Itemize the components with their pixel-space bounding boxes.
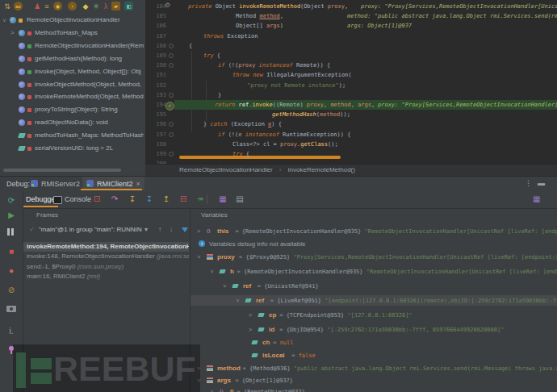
structure-tree-item[interactable]: RemoteObjectInvocationHandler(Rem [0, 40, 144, 52]
code-line[interactable]: { [189, 41, 192, 51]
variable-row[interactable]: >ep= {TCPEndpoint@953} "[127.0.0.1:60326… [191, 310, 557, 320]
hide-icon[interactable]: ▬ [538, 179, 545, 187]
tree-arrow-icon[interactable]: > [207, 269, 216, 273]
code-line[interactable]: throw new IllegalArgumentException( [232, 70, 352, 80]
step-out-icon[interactable]: ↥ [160, 193, 173, 206]
evaluate-expression-icon[interactable]: ▦ [216, 193, 229, 206]
frame-row[interactable]: invoke:148, RemoteObjectInvocationHandle… [23, 252, 189, 261]
lambda-icon[interactable]: λ [101, 2, 111, 11]
breadcrumb-class[interactable]: RemoteObjectInvocationHandler [179, 166, 273, 173]
variable-row[interactable]: ch= null [191, 337, 557, 348]
tree-arrow-icon[interactable]: > [10, 29, 15, 37]
line-number[interactable]: 195 [147, 110, 166, 119]
code-line[interactable]: } [218, 90, 221, 100]
line-number[interactable]: 190 [147, 60, 166, 70]
rerun-button[interactable]: ⟳ [5, 194, 18, 207]
drop-frame-icon[interactable]: ⊟ [177, 193, 190, 206]
toggle-module-icon[interactable]: ▰ [111, 2, 120, 10]
line-number[interactable]: 185 [147, 11, 166, 21]
code-line[interactable]: throws Exception [203, 31, 258, 41]
force-step-into-icon[interactable]: ↧ [143, 193, 156, 206]
structure-tree-item[interactable]: serialVersionUID: long = 2L [0, 143, 144, 155]
run-to-cursor-icon[interactable]: ↠ [194, 193, 207, 206]
show-inherited-icon[interactable]: ♟ [32, 2, 42, 11]
code-line[interactable]: private Object invokeRemoteMethod(Object… [188, 2, 348, 11]
structure-tree-item[interactable]: invokeObjectMethod(Object, Method, [0, 79, 144, 91]
code-line[interactable]: try { [203, 51, 220, 60]
tree-arrow-icon[interactable]: > [210, 387, 213, 392]
tree-arrow-icon[interactable]: > [249, 325, 252, 334]
tree-arrow-icon[interactable]: > [233, 298, 242, 302]
frame-row[interactable]: send:-1, $Proxy0 (com.sun.proxy) [23, 262, 189, 272]
code-line[interactable]: Object[] args) [236, 21, 283, 31]
line-number[interactable]: 189 [147, 51, 166, 60]
structure-tree-item[interactable]: invokeRemoteMethod(Object, Method [0, 91, 144, 103]
code-editor[interactable]: ⚙ 184private Object invokeRemoteMethod(O… [145, 0, 557, 164]
code-line[interactable]: "proxy not Remote instance"); [247, 81, 346, 90]
line-number[interactable]: 187 [147, 31, 166, 41]
tree-arrow-icon[interactable]: > [220, 284, 229, 287]
close-icon[interactable]: × [136, 180, 140, 188]
show-anonymous-classes-icon[interactable]: ◆ [81, 2, 90, 11]
code-line[interactable]: try { [232, 149, 249, 159]
variable-row[interactable]: >h= {RemoteObjectInvocationHandler@935} … [191, 266, 557, 277]
structure-tree-item[interactable]: invoke(Object, Method, Object[]): Obj [0, 66, 144, 78]
sort-alphabetically-icon[interactable]: az [14, 2, 23, 10]
tree-arrow-icon[interactable]: > [197, 227, 200, 236]
pin-button[interactable] [9, 346, 14, 351]
code-line[interactable]: Class<?> cl = proxy.getClass(); [232, 140, 338, 149]
pause-button[interactable] [7, 228, 15, 236]
tab-console[interactable]: Console [61, 193, 94, 206]
breadcrumb-method[interactable]: invokeRemoteMethod() [288, 166, 355, 173]
step-into-icon[interactable]: ↧ [126, 193, 139, 206]
show-execution-point-icon[interactable]: ⊡ [90, 193, 103, 206]
show-lock-icon[interactable]: ▪ [68, 2, 77, 10]
line-number[interactable]: 191 [147, 70, 166, 80]
code-line[interactable]: } catch (Exception e) { [203, 119, 282, 129]
variable-row[interactable]: >ref= {LiveRef@951} "[endpoint:[127.0.0.… [191, 295, 557, 306]
breakpoint-checked-icon[interactable]: ✓ [165, 102, 174, 111]
line-number[interactable]: 194 [147, 100, 166, 110]
frame-up-icon[interactable]: ↑ [158, 226, 161, 233]
group-methods-icon[interactable]: ✳ [91, 2, 101, 11]
resume-button[interactable]: ▶ [5, 209, 18, 222]
chevron-down-icon[interactable]: ▾ [144, 226, 148, 233]
frame-row[interactable]: invokeRemoteMethod:194, RemoteObjectInvo… [23, 242, 189, 252]
mute-breakpoints-button[interactable]: ⊘ [5, 284, 18, 297]
filter-funnel-icon[interactable] [182, 227, 188, 232]
line-number[interactable]: 193 [147, 90, 166, 100]
variable-row[interactable]: isLocal= false [191, 350, 557, 361]
line-number[interactable]: 199 [147, 149, 166, 159]
structure-tree-item[interactable]: >MethodToHash_Maps [0, 27, 144, 40]
more-options-icon[interactable]: ⋮ [525, 179, 532, 187]
variable-row[interactable]: >id= {ObjID@954} "[-259c2762:171a59830bb… [191, 324, 557, 335]
line-number[interactable]: 196 [147, 119, 166, 129]
variable-row[interactable]: >proxy= {$Proxy0@925} "Proxy[Services,Re… [191, 252, 557, 262]
settings-info-button[interactable]: i. [5, 325, 18, 338]
code-line[interactable]: if (!(e instanceof RuntimeException)) { [218, 130, 350, 140]
frame-row[interactable]: main:16, RMIClient2 (rmi) [23, 272, 189, 281]
thread-selector[interactable]: ✓ "main"@1 in group "main": RUNNING ▾ ↑ … [25, 225, 186, 236]
stop-button[interactable]: ■ [5, 245, 18, 258]
show-properties-icon[interactable]: ◆ [53, 2, 62, 10]
variable-row[interactable]: >method= {Method@936} "public abstract j… [191, 363, 557, 373]
editor-horizontal-scrollbar[interactable] [179, 156, 341, 159]
line-number[interactable]: 198 [147, 140, 166, 149]
code-line[interactable]: return ref.invoke((Remote) proxy, method… [215, 100, 375, 110]
show-list-icon[interactable]: ≡ [42, 2, 52, 11]
line-number[interactable]: 188 [147, 41, 166, 51]
variable-row[interactable]: >args= {Object[1]@937} [191, 375, 557, 386]
frame-down-icon[interactable]: ↓ [170, 226, 173, 233]
variable-row[interactable]: >ref= {UnicastRef@941} [191, 281, 557, 291]
line-number[interactable]: 192 [147, 81, 166, 90]
code-line[interactable]: Method method, [236, 11, 283, 21]
restore-layout-icon[interactable]: ▦ [533, 194, 540, 203]
structure-horizontal-scrollbar[interactable] [3, 169, 121, 172]
variable-row[interactable]: >{}this= {RemoteObjectInvocationHandler@… [191, 226, 557, 236]
structure-tree-item[interactable]: >RemoteObjectInvocationHandler [0, 15, 144, 27]
line-number[interactable]: 186 [147, 21, 166, 31]
structure-tree-item[interactable]: readObjectNoData(): void [0, 117, 144, 129]
thread-dump-button[interactable] [6, 306, 16, 312]
toggle-visibility-icon[interactable]: ◧ [124, 2, 133, 10]
code-line[interactable]: if (!(proxy instanceof Remote)) { [218, 60, 330, 70]
